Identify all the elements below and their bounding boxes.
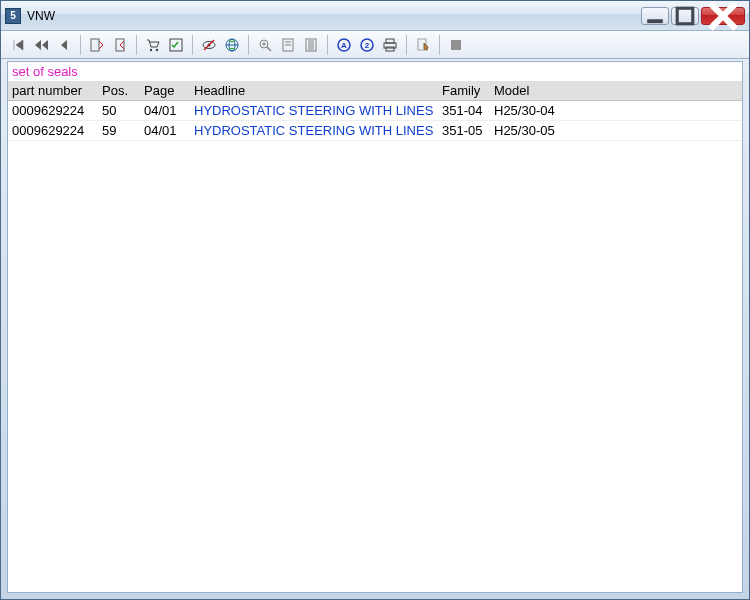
table-row[interactable]: 0009629224 50 04/01 HYDROSTATIC STEERING… [8, 101, 742, 121]
col-model[interactable]: Model [490, 81, 742, 101]
eye-off-icon [201, 37, 217, 53]
nav-rewind-icon [33, 37, 49, 53]
cell-pos: 59 [98, 121, 140, 141]
zoom-button[interactable] [254, 34, 276, 56]
cell-part-number: 0009629224 [8, 101, 98, 121]
maximize-button[interactable] [671, 7, 699, 25]
cell-family: 351-05 [438, 121, 490, 141]
section-title: set of seals [8, 62, 742, 81]
app-icon: 5 [5, 8, 21, 24]
cell-model: H25/30-05 [490, 121, 742, 141]
page-dense-icon [303, 37, 319, 53]
cell-part-number: 0009629224 [8, 121, 98, 141]
page-icon [280, 37, 296, 53]
toolbar-separator [136, 35, 137, 55]
edit-button[interactable] [412, 34, 434, 56]
svg-text:2: 2 [365, 41, 370, 50]
svg-text:A: A [341, 41, 347, 50]
toolbar-separator [327, 35, 328, 55]
col-page[interactable]: Page [140, 81, 190, 101]
toolbar: A 2 [1, 31, 749, 59]
arrow-2-button[interactable]: 2 [356, 34, 378, 56]
col-pos[interactable]: Pos. [98, 81, 140, 101]
cell-headline[interactable]: HYDROSTATIC STEERING WITH LINES [190, 121, 438, 141]
cell-page: 04/01 [140, 101, 190, 121]
bookmarks-open-button[interactable] [86, 34, 108, 56]
cart-icon [145, 37, 161, 53]
edit-icon [415, 37, 431, 53]
cell-pos: 50 [98, 101, 140, 121]
stop-icon [448, 37, 464, 53]
print-icon [382, 37, 398, 53]
window-title: VNW [27, 9, 641, 23]
arrow-a-icon: A [336, 37, 352, 53]
svg-point-7 [156, 48, 158, 50]
arrow-a-button[interactable]: A [333, 34, 355, 56]
svg-rect-1 [677, 8, 693, 24]
cell-family: 351-04 [438, 101, 490, 121]
zoom-icon [257, 37, 273, 53]
titlebar[interactable]: 5 VNW [1, 1, 749, 31]
nav-first-button[interactable] [7, 34, 29, 56]
toolbar-separator [439, 35, 440, 55]
toolbar-separator [248, 35, 249, 55]
minimize-button[interactable] [641, 7, 669, 25]
stop-button[interactable] [445, 34, 467, 56]
nav-rewind-button[interactable] [30, 34, 52, 56]
close-button[interactable] [701, 7, 745, 25]
minimize-icon [642, 3, 668, 29]
table-row[interactable]: 0009629224 59 04/01 HYDROSTATIC STEERING… [8, 121, 742, 141]
checklist-button[interactable] [165, 34, 187, 56]
svg-rect-32 [386, 39, 394, 43]
window-controls [641, 7, 745, 25]
checklist-icon [168, 37, 184, 53]
maximize-icon [672, 3, 698, 29]
print-button[interactable] [379, 34, 401, 56]
toolbar-separator [192, 35, 193, 55]
bookmarks-open-icon [89, 37, 105, 53]
arrow-2-icon: 2 [359, 37, 375, 53]
svg-point-6 [150, 48, 152, 50]
cell-headline[interactable]: HYDROSTATIC STEERING WITH LINES [190, 101, 438, 121]
app-window: 5 VNW A 2 [0, 0, 750, 600]
col-family[interactable]: Family [438, 81, 490, 101]
eye-off-button[interactable] [198, 34, 220, 56]
toolbar-separator [406, 35, 407, 55]
page-dense-button[interactable] [300, 34, 322, 56]
toolbar-separator [80, 35, 81, 55]
page-button[interactable] [277, 34, 299, 56]
bookmark-add-icon [112, 37, 128, 53]
cell-model: H25/30-04 [490, 101, 742, 121]
content-area: set of seals part number Pos. Page Headl… [7, 61, 743, 593]
svg-line-16 [267, 47, 271, 51]
cart-button[interactable] [142, 34, 164, 56]
globe-button[interactable] [221, 34, 243, 56]
col-part-number[interactable]: part number [8, 81, 98, 101]
cell-page: 04/01 [140, 121, 190, 141]
nav-prev-icon [56, 37, 72, 53]
nav-first-icon [10, 37, 26, 53]
globe-icon [224, 37, 240, 53]
results-table: part number Pos. Page Headline Family Mo… [8, 81, 742, 141]
col-headline[interactable]: Headline [190, 81, 438, 101]
bookmark-add-button[interactable] [109, 34, 131, 56]
nav-prev-button[interactable] [53, 34, 75, 56]
table-header-row: part number Pos. Page Headline Family Mo… [8, 81, 742, 101]
svg-rect-36 [451, 40, 461, 50]
svg-rect-4 [91, 39, 99, 51]
